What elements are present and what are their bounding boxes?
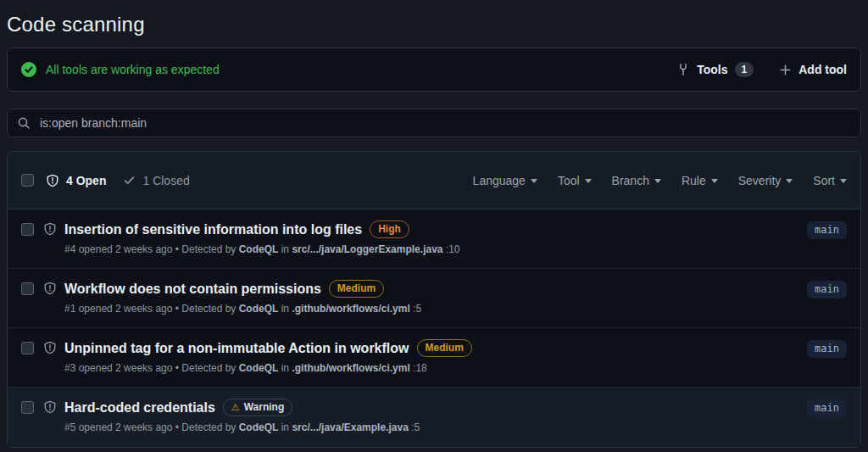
alert-tool-link[interactable]: CodeQL xyxy=(239,243,279,255)
row-checkbox[interactable] xyxy=(21,342,34,354)
check-circle-icon xyxy=(21,62,36,77)
alert-opened-text: #3 opened 2 weeks ago • Detected by xyxy=(64,362,236,374)
severity-label: Medium xyxy=(426,341,464,354)
filter-sort[interactable]: Sort xyxy=(813,174,847,187)
alert-meta: #3 opened 2 weeks ago • Detected by Code… xyxy=(64,362,807,375)
alert-title-link[interactable]: Hard-coded credentials xyxy=(64,399,215,416)
filter-sort-label: Sort xyxy=(813,174,835,187)
filter-tool[interactable]: Tool xyxy=(558,174,592,187)
alert-row: Hard-coded credentials ⚠Warning #5 opene… xyxy=(8,388,860,447)
alert-search-bar xyxy=(7,109,861,137)
severity-badge: ⚠Warning xyxy=(223,399,292,416)
filter-language[interactable]: Language xyxy=(473,174,537,187)
alert-title-link[interactable]: Insertion of sensitive information into … xyxy=(64,220,362,238)
alert-line-number: :5 xyxy=(411,421,420,433)
alert-meta: #5 opened 2 weeks ago • Detected by Code… xyxy=(64,421,807,434)
filter-rule-label: Rule xyxy=(682,174,706,187)
alert-opened-text: #1 opened 2 weeks ago • Detected by xyxy=(64,303,236,315)
alert-content: Insertion of sensitive information into … xyxy=(64,220,807,256)
alert-content: Hard-coded credentials ⚠Warning #5 opene… xyxy=(64,399,807,434)
banner-status: All tools are working as expected xyxy=(21,62,220,77)
filter-language-label: Language xyxy=(473,174,526,187)
branch-badge: main xyxy=(807,340,847,358)
alert-line-number: :18 xyxy=(413,362,427,374)
alert-title-link[interactable]: Workflow does not contain permissions xyxy=(64,280,321,298)
alert-in-text: in xyxy=(281,243,289,255)
chevron-down-icon xyxy=(531,179,537,183)
severity-label: High xyxy=(378,222,401,236)
row-checkbox[interactable] xyxy=(21,401,34,414)
alert-line-number: :10 xyxy=(446,243,460,255)
alert-in-text: in xyxy=(281,303,289,315)
filter-dropdowns: Language Tool Branch Rule Severity xyxy=(473,174,847,187)
filter-rule[interactable]: Rule xyxy=(682,174,718,187)
search-input[interactable] xyxy=(38,115,851,131)
chevron-down-icon xyxy=(840,179,847,183)
alert-path-link[interactable]: .github/workflows/ci.yml xyxy=(292,362,409,374)
row-checkbox[interactable] xyxy=(21,282,34,295)
alert-path-link[interactable]: src/.../java/LoggerExample.java xyxy=(292,243,442,255)
shield-alert-icon xyxy=(43,341,57,354)
open-alerts-filter[interactable]: 4 Open xyxy=(46,174,106,187)
filter-severity[interactable]: Severity xyxy=(738,174,793,187)
closed-alerts-filter[interactable]: 1 Closed xyxy=(123,174,189,187)
closed-count-label: 1 Closed xyxy=(142,174,189,187)
row-checkbox[interactable] xyxy=(21,223,34,236)
chevron-down-icon xyxy=(654,179,661,183)
alert-title-link[interactable]: Unpinned tag for a non-immutable Action … xyxy=(64,339,409,357)
tools-count-badge: 1 xyxy=(735,62,754,77)
banner-actions: Tools 1 Add tool xyxy=(676,62,847,77)
alert-row: Workflow does not contain permissions Me… xyxy=(8,269,860,328)
branch-badge: main xyxy=(807,221,847,239)
alert-line-number: :5 xyxy=(413,303,421,315)
plus-icon xyxy=(779,64,792,76)
alert-row: Unpinned tag for a non-immutable Action … xyxy=(8,328,860,388)
alert-tool-link[interactable]: CodeQL xyxy=(239,421,279,433)
shield-alert-icon xyxy=(43,282,57,295)
chevron-down-icon xyxy=(711,179,718,183)
severity-badge: High xyxy=(370,220,409,238)
chevron-down-icon xyxy=(585,179,592,183)
add-tool-label: Add tool xyxy=(798,63,847,76)
tools-status-banner: All tools are working as expected Tools … xyxy=(7,47,861,92)
branch-badge: main xyxy=(807,399,847,417)
alert-tool-link[interactable]: CodeQL xyxy=(239,303,279,315)
alert-row: Insertion of sensitive information into … xyxy=(8,209,860,269)
alerts-list: 4 Open 1 Closed Language Tool xyxy=(7,151,861,448)
severity-label: Medium xyxy=(337,282,376,295)
severity-badge: Medium xyxy=(329,280,384,298)
add-tool-button[interactable]: Add tool xyxy=(779,63,847,76)
alert-tool-link[interactable]: CodeQL xyxy=(239,362,279,374)
alert-opened-text: #5 opened 2 weeks ago • Detected by xyxy=(64,421,236,433)
check-icon xyxy=(123,174,136,187)
severity-label: Warning xyxy=(244,400,285,414)
shield-alert-icon xyxy=(43,400,57,414)
tools-label: Tools xyxy=(697,63,727,76)
alerts-list-header: 4 Open 1 Closed Language Tool xyxy=(8,152,860,209)
filter-tool-label: Tool xyxy=(558,174,580,187)
alert-path-link[interactable]: src/.../java/Example.java xyxy=(292,421,408,433)
alert-content: Workflow does not contain permissions Me… xyxy=(64,280,807,315)
banner-message: All tools are working as expected xyxy=(46,63,220,76)
tools-button[interactable]: Tools 1 xyxy=(676,62,754,77)
search-icon xyxy=(17,116,31,130)
filter-branch-label: Branch xyxy=(612,174,649,187)
tools-icon xyxy=(676,63,690,76)
open-count-label: 4 Open xyxy=(66,174,106,187)
severity-badge: Medium xyxy=(417,339,472,357)
filter-severity-label: Severity xyxy=(738,174,782,187)
shield-alert-icon xyxy=(43,222,57,236)
shield-alert-icon xyxy=(46,174,59,187)
warning-triangle-icon: ⚠ xyxy=(231,400,240,414)
filter-branch[interactable]: Branch xyxy=(612,174,661,187)
branch-badge: main xyxy=(807,281,847,299)
alert-in-text: in xyxy=(281,362,289,374)
alert-meta: #1 opened 2 weeks ago • Detected by Code… xyxy=(64,303,807,315)
alert-opened-text: #4 opened 2 weeks ago • Detected by xyxy=(64,243,236,255)
alert-path-link[interactable]: .github/workflows/ci.yml xyxy=(292,303,409,315)
select-all-checkbox[interactable] xyxy=(21,174,34,187)
alert-meta: #4 opened 2 weeks ago • Detected by Code… xyxy=(64,243,807,256)
code-scanning-page: Code scanning All tools are working as e… xyxy=(0,0,868,448)
page-title: Code scanning xyxy=(7,0,861,47)
alert-content: Unpinned tag for a non-immutable Action … xyxy=(64,339,807,375)
